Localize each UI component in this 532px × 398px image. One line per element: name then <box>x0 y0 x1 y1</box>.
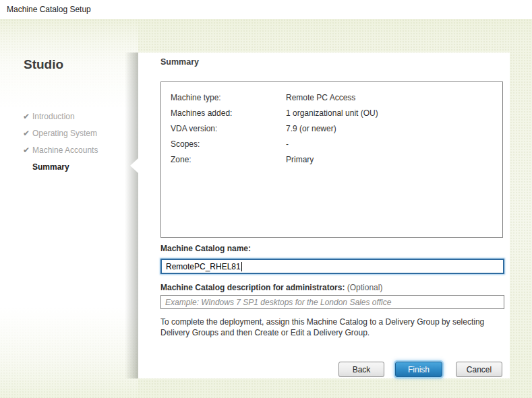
description-input[interactable] <box>160 295 504 309</box>
step-label: Operating System <box>32 129 97 138</box>
summary-value: Remote PC Access <box>286 93 355 102</box>
sidebar-divider-shadow <box>125 53 138 378</box>
summary-label: Machines added: <box>171 108 232 118</box>
optional-hint: (Optional) <box>347 283 383 292</box>
summary-label: Machine type: <box>171 93 221 102</box>
page-title: Summary <box>160 57 199 67</box>
deployment-note: To complete the deployment, assign this … <box>160 317 507 338</box>
finish-button[interactable]: Finish <box>395 362 442 377</box>
summary-box: Machine type: Remote PC Access Machines … <box>160 81 503 238</box>
summary-row-machines-added: Machines added: 1 organizational unit (O… <box>171 107 502 123</box>
window-title: Machine Catalog Setup <box>7 5 91 14</box>
machine-catalog-name-value: RemotePC_RHEL81 <box>166 262 241 271</box>
summary-value: - <box>286 139 289 149</box>
machine-catalog-name-label: Machine Catalog name: <box>160 244 251 253</box>
step-label: Introduction <box>32 112 75 121</box>
step-item-operating-system[interactable]: ✔ Operating System <box>0 125 138 141</box>
content-panel: Summary Machine type: Remote PC Access M… <box>138 53 510 378</box>
description-label: Machine Catalog description for administ… <box>160 283 382 292</box>
machine-catalog-setup-window: Machine Catalog Setup Studio ✔ Introduct… <box>0 0 532 398</box>
summary-row-scopes: Scopes: - <box>171 138 502 154</box>
step-item-introduction[interactable]: ✔ Introduction <box>0 108 138 125</box>
check-icon: ✔ <box>22 145 31 155</box>
check-icon: ✔ <box>22 129 31 138</box>
summary-row-vda-version: VDA version: 7.9 (or newer) <box>171 123 502 138</box>
text-cursor <box>241 262 242 271</box>
wizard-sidebar: Studio ✔ Introduction ✔ Operating System… <box>0 19 138 398</box>
summary-label: Zone: <box>171 155 191 164</box>
step-label: Machine Accounts <box>32 145 98 155</box>
machine-catalog-name-input[interactable]: RemotePC_RHEL81 <box>160 259 504 274</box>
check-icon: ✔ <box>22 112 31 121</box>
current-step-notch <box>130 158 138 173</box>
step-item-machine-accounts[interactable]: ✔ Machine Accounts <box>0 141 138 158</box>
summary-row-machine-type: Machine type: Remote PC Access <box>171 92 502 107</box>
summary-value: Primary <box>286 155 314 164</box>
summary-label: VDA version: <box>171 124 217 133</box>
summary-label: Scopes: <box>171 139 200 149</box>
step-label: Summary <box>32 162 69 172</box>
window-titlebar: Machine Catalog Setup <box>0 0 532 19</box>
step-item-summary: Summary <box>0 158 138 175</box>
summary-value: 1 organizational unit (OU) <box>286 108 378 118</box>
studio-brand: Studio <box>24 57 63 72</box>
summary-value: 7.9 (or newer) <box>286 124 336 133</box>
summary-row-zone: Zone: Primary <box>171 154 502 169</box>
wizard-steps: ✔ Introduction ✔ Operating System ✔ Mach… <box>0 108 138 175</box>
back-button[interactable]: Back <box>338 362 384 377</box>
cancel-button[interactable]: Cancel <box>456 362 502 377</box>
